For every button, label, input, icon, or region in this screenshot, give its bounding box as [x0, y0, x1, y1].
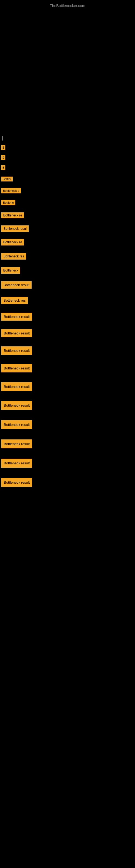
bottleneck-badge[interactable]: Bottleneck result [1, 382, 32, 391]
cursor: | [2, 135, 3, 141]
list-item[interactable]: Bottleneck res [0, 296, 135, 307]
bottleneck-badge[interactable]: Bottleneck res [1, 253, 26, 259]
list-item[interactable]: Bottler [0, 175, 135, 184]
bottleneck-badge[interactable]: Bottleneck result [1, 364, 32, 372]
bottleneck-badge[interactable]: Bottler [1, 177, 13, 182]
bottleneck-badge[interactable]: Bottleneck result [1, 401, 32, 410]
list-item[interactable]: Bottleneck [0, 266, 135, 276]
list-item[interactable]: Bottleneck resul [0, 224, 135, 235]
bottleneck-badge[interactable]: Bottleneck res [1, 297, 28, 304]
list-item[interactable]: Bottleneck d [0, 187, 135, 196]
list-item[interactable]: Bottleneck re [0, 211, 135, 221]
bottleneck-list: B E B Bottler Bottleneck d Bottlene Bott… [0, 144, 135, 489]
list-item[interactable]: Bottleneck result [0, 280, 135, 291]
list-item[interactable]: Bottlene [0, 198, 135, 208]
bottleneck-badge[interactable]: Bottleneck result [1, 439, 32, 448]
bottleneck-badge[interactable]: Bottleneck resul [1, 225, 29, 232]
bottleneck-badge[interactable]: B [1, 145, 5, 150]
list-item[interactable]: Bottleneck result [0, 476, 135, 489]
bottleneck-badge[interactable]: Bottleneck result [1, 459, 32, 468]
list-item[interactable]: Bottleneck result [0, 345, 135, 357]
bottleneck-badge[interactable]: B [1, 165, 5, 170]
list-item[interactable]: B [0, 144, 135, 152]
bottleneck-badge[interactable]: E [1, 155, 5, 160]
bottleneck-badge[interactable]: Bottlene [1, 200, 15, 205]
list-item[interactable]: Bottleneck result [0, 419, 135, 432]
bottleneck-badge[interactable]: Bottleneck result [1, 329, 32, 337]
page-container: TheBottlenecker.com | B E B Bottler Bott… [0, 0, 135, 868]
bottleneck-badge[interactable]: Bottleneck [1, 267, 20, 274]
bottleneck-badge[interactable]: Bottleneck result [1, 420, 32, 429]
list-item[interactable]: Bottleneck result [0, 438, 135, 451]
list-item[interactable]: Bottleneck result [0, 381, 135, 394]
list-item[interactable]: Bottleneck result [0, 457, 135, 470]
bottleneck-badge[interactable]: Bottleneck result [1, 478, 32, 487]
bottleneck-badge[interactable]: Bottleneck d [1, 188, 21, 193]
bottleneck-badge[interactable]: Bottleneck result [1, 281, 32, 289]
list-item[interactable]: Bottleneck result [0, 311, 135, 323]
list-item[interactable]: B [0, 164, 135, 173]
bottleneck-badge[interactable]: Bottleneck re [1, 212, 24, 218]
site-title: TheBottlenecker.com [0, 1, 135, 10]
list-item[interactable]: Bottleneck res [0, 252, 135, 262]
list-item[interactable]: Bottleneck result [0, 328, 135, 340]
bottleneck-badge[interactable]: Bottleneck re [1, 239, 24, 246]
list-item[interactable]: Bottleneck result [0, 400, 135, 412]
list-item[interactable]: Bottleneck result [0, 363, 135, 375]
list-item[interactable]: Bottleneck re [0, 238, 135, 248]
bottleneck-badge[interactable]: Bottleneck result [1, 346, 32, 355]
bottleneck-badge[interactable]: Bottleneck result [1, 313, 32, 321]
list-item[interactable]: E [0, 154, 135, 162]
